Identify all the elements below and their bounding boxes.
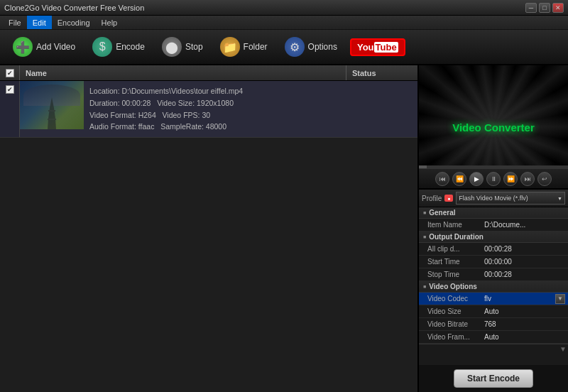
window-controls: ─ □ ✕ [525, 3, 564, 13]
table-row[interactable]: ✔ Location: D:\Documents\Videos\tour eif… [0, 81, 417, 138]
menu-file[interactable]: File [3, 16, 27, 29]
add-video-label: Add Video [36, 42, 75, 52]
menu-help[interactable]: Help [96, 16, 124, 29]
file-list-header: ✔ Name Status [0, 65, 417, 81]
codec-dropdown-button[interactable]: ▼ [555, 294, 565, 304]
rewind-button[interactable]: ⏪ [452, 172, 466, 186]
options-button[interactable]: ⚙ Options [278, 33, 344, 61]
file-audio-info: Audio Format: ffaac SampleRate: 48000 [89, 121, 412, 133]
encode-button[interactable]: $ Encode [85, 33, 152, 61]
prop-all-clip-val: 00:00:28 [484, 245, 565, 253]
prop-video-size-val: Auto [484, 307, 565, 315]
profile-value: Flash Video Movie (*.flv) [459, 195, 528, 202]
prop-all-clip-key: All clip d... [427, 245, 484, 253]
start-encode-button[interactable]: Start Encode [454, 369, 533, 388]
prop-start-time[interactable]: Start Time 00:00:00 [419, 256, 568, 268]
play-button[interactable]: ▶ [469, 172, 484, 186]
folder-icon: 📁 [220, 37, 240, 57]
prop-item-name-val: D:\Docume... [484, 221, 565, 229]
col-name-header: Name [20, 65, 346, 80]
stop-icon: ⬤ [162, 37, 182, 57]
minimize-button[interactable]: ─ [525, 3, 537, 13]
add-video-icon: ➕ [13, 37, 33, 57]
prop-video-framerate-val: Auto [484, 333, 565, 341]
video-thumbnail [20, 81, 84, 129]
prop-stop-time-key: Stop Time [427, 271, 484, 278]
left-panel: ✔ Name Status ✔ [0, 65, 419, 392]
prop-video-framerate-key: Video Fram... [427, 333, 484, 341]
folder-label: Folder [244, 42, 268, 52]
title-bar: Clone2Go Video Converter Free Version ─ … [0, 0, 568, 16]
prop-item-name[interactable]: Item Name D:\Docume... [419, 219, 568, 232]
prop-video-size[interactable]: Video Size Auto [419, 305, 568, 318]
youtube-button[interactable]: YouTube [350, 38, 405, 56]
prop-start-time-val: 00:00:00 [484, 258, 565, 266]
row-checkbox[interactable]: ✔ [6, 85, 14, 94]
menu-encoding[interactable]: Encoding [52, 16, 96, 29]
preview-controls: ⏮ ⏪ ▶ ⏸ ⏩ ⏭ ↩ [419, 168, 568, 188]
stop-button[interactable]: ⬤ Stop [155, 33, 210, 61]
preview-title: Video Converter [452, 121, 535, 133]
prop-video-bitrate-val: 768 [484, 320, 565, 328]
you-text: You [357, 42, 374, 53]
col-status-header: Status [346, 69, 417, 77]
encode-label: Encode [116, 42, 145, 52]
prop-video-size-key: Video Size [427, 307, 484, 315]
skip-end-button[interactable]: ⏭ [520, 172, 535, 186]
skip-back-button[interactable]: ⏮ [435, 172, 449, 186]
select-all-checkbox[interactable]: ✔ [6, 69, 14, 77]
group-output-duration: Output Duration [419, 232, 568, 243]
file-location: Location: D:\Documents\Videos\tour eiffe… [89, 85, 412, 97]
file-duration: Duration: 00:00:28 [89, 99, 151, 107]
properties-panel: General Item Name D:\Docume... Output Du… [419, 207, 568, 365]
file-list: ✔ Location: D:\Documents\Videos\tour eif… [0, 81, 417, 392]
scroll-indicator: ▼ [419, 344, 568, 353]
file-video-format: Video Format: H264 [89, 111, 156, 119]
profile-row: Profile ● Flash Video Movie (*.flv) ▼ [419, 190, 568, 207]
video-preview: Video Converter ⏮ ⏪ ▶ ⏸ ⏩ ⏭ ↩ [419, 65, 568, 190]
profile-select[interactable]: Flash Video Movie (*.flv) ▼ [456, 192, 565, 205]
folder-button[interactable]: 📁 Folder [213, 33, 275, 61]
prop-video-bitrate-key: Video Bitrate [427, 320, 484, 328]
profile-label: Profile [422, 195, 442, 202]
pause-button[interactable]: ⏸ [486, 172, 501, 186]
file-sample-rate: SampleRate: 48000 [160, 122, 226, 131]
prop-video-codec-val: flv [484, 295, 555, 303]
prop-video-codec-val-container: flv ▼ [484, 294, 565, 304]
gear-icon: ⚙ [285, 37, 305, 57]
prop-video-codec[interactable]: Video Codec flv ▼ [419, 293, 568, 305]
encode-icon: $ [92, 37, 112, 57]
file-info: Location: D:\Documents\Videos\tour eiffe… [84, 81, 417, 137]
toolbar: ➕ Add Video $ Encode ⬤ Stop 📁 Folder ⚙ O… [0, 30, 568, 65]
main-content: ✔ Name Status ✔ [0, 65, 568, 392]
right-panel: Video Converter ⏮ ⏪ ▶ ⏸ ⏩ ⏭ ↩ Profile ● … [419, 65, 568, 392]
prop-stop-time-val: 00:00:28 [484, 271, 565, 278]
stop-label: Stop [185, 42, 203, 52]
file-video-fps: Video FPS: 30 [163, 111, 211, 119]
prop-video-framerate[interactable]: Video Fram... Auto [419, 331, 568, 344]
prop-start-time-key: Start Time [427, 258, 484, 266]
prop-all-clip-duration[interactable]: All clip d... 00:00:28 [419, 243, 568, 256]
prop-stop-time[interactable]: Stop Time 00:00:28 [419, 268, 568, 281]
file-duration-size: Duration: 00:00:28 Video Size: 1920x1080 [89, 97, 412, 109]
prop-video-bitrate[interactable]: Video Bitrate 768 [419, 318, 568, 331]
tube-text: Tube [374, 42, 398, 53]
maximize-button[interactable]: □ [539, 3, 550, 13]
col-check-header: ✔ [0, 65, 20, 80]
options-label: Options [308, 42, 337, 52]
profile-format-icon: ● [444, 195, 453, 202]
file-format-fps: Video Format: H264 Video FPS: 30 [89, 109, 412, 121]
file-audio-format: Audio Format: ffaac [89, 122, 154, 131]
group-general: General [419, 207, 568, 219]
loop-button[interactable]: ↩ [537, 172, 552, 186]
add-video-button[interactable]: ➕ Add Video [6, 33, 82, 61]
menu-bar: File Edit Encoding Help [0, 16, 568, 30]
close-button[interactable]: ✕ [552, 3, 564, 13]
row-checkbox-cell: ✔ [0, 81, 20, 137]
menu-edit[interactable]: Edit [27, 16, 52, 29]
window-title: Clone2Go Video Converter Free Version [4, 4, 525, 12]
group-video-options: Video Options [419, 281, 568, 293]
file-video-size: Video Size: 1920x1080 [157, 99, 234, 107]
fast-forward-button[interactable]: ⏩ [503, 172, 518, 186]
prop-video-codec-key: Video Codec [427, 295, 484, 303]
